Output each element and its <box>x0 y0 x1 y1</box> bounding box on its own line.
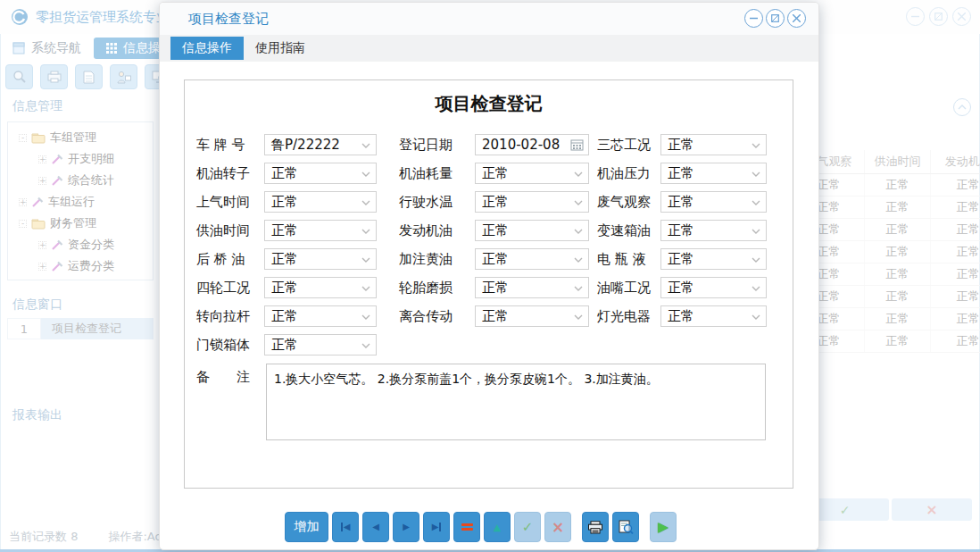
print-preview-button[interactable] <box>612 512 639 542</box>
select-value: 正常 <box>668 165 694 182</box>
field-label: 灯光电器 <box>597 308 651 325</box>
chevron-down-icon <box>361 200 370 205</box>
field-label: 废气观察 <box>597 194 651 211</box>
first-record-button[interactable]: ◀ <box>332 512 359 542</box>
print-preview-icon <box>618 520 634 534</box>
modal-close-button[interactable] <box>787 9 806 28</box>
field-label: 机油耗量 <box>399 165 453 182</box>
chevron-down-icon <box>361 229 370 234</box>
last-record-button[interactable]: ▶ <box>423 512 450 542</box>
status-select[interactable]: 正常 <box>264 191 377 213</box>
form-row: 转向拉杆正常离合传动正常灯光电器正常 <box>185 305 793 334</box>
status-select[interactable]: 正常 <box>264 305 377 327</box>
play-icon: ▶ <box>658 521 669 534</box>
field-label: 上气时间 <box>196 194 250 211</box>
select-value: 正常 <box>271 194 298 211</box>
field-label: 机油转子 <box>196 165 250 182</box>
print-button[interactable] <box>582 512 609 542</box>
chevron-down-icon <box>361 143 370 148</box>
status-select[interactable]: 正常 <box>475 277 589 298</box>
status-select[interactable]: 正常 <box>660 248 767 270</box>
status-select[interactable]: 正常 <box>264 277 377 298</box>
field-label: 油嘴工况 <box>597 280 651 297</box>
field-label: 门锁箱体 <box>196 337 250 354</box>
select-value: 正常 <box>668 137 694 154</box>
application-window: 零担货运管理系统专业版 系统导航 <box>0 0 980 552</box>
status-select[interactable]: 正常 <box>475 191 589 213</box>
select-value: 正常 <box>482 308 509 325</box>
select-value: 正常 <box>482 222 509 239</box>
chevron-down-icon <box>574 200 583 205</box>
modal-maximize-button[interactable] <box>766 9 785 28</box>
modal-titlebar: 项目检查登记 <box>160 3 818 35</box>
chevron-down-icon <box>752 229 760 234</box>
status-select[interactable]: 正常 <box>475 163 589 184</box>
status-select[interactable]: 正常 <box>660 191 767 213</box>
calendar-icon[interactable] <box>570 138 584 151</box>
last-record-icon: ▶ <box>432 523 442 531</box>
status-select[interactable]: 正常 <box>264 163 377 184</box>
modal-title: 项目检查登记 <box>188 11 269 28</box>
status-select[interactable]: 正常 <box>475 248 589 270</box>
chevron-down-icon <box>574 257 583 263</box>
delete-icon <box>461 522 473 532</box>
form-row: 四轮工况正常轮胎磨损正常油嘴工况正常 <box>185 277 793 305</box>
button-label: 增加 <box>295 519 320 535</box>
select-value: 鲁P/22222 <box>271 137 340 154</box>
prev-record-button[interactable]: ◀ <box>362 512 389 542</box>
chevron-down-icon <box>752 314 760 320</box>
edit-record-button[interactable]: ▲ <box>484 512 511 542</box>
form-row: 供油时间正常发动机油正常变速箱油正常 <box>185 220 793 248</box>
run-button[interactable]: ▶ <box>650 512 677 542</box>
modal-minimize-button[interactable] <box>744 9 763 28</box>
select-value: 正常 <box>668 194 694 211</box>
select-value: 正常 <box>271 222 298 239</box>
printer-icon <box>587 521 603 534</box>
status-select[interactable]: 正常 <box>660 277 767 298</box>
field-label: 加注黄油 <box>399 251 453 268</box>
add-button[interactable]: 增加 <box>285 512 328 542</box>
chevron-down-icon <box>574 314 583 320</box>
form-row: 门锁箱体正常 <box>185 334 793 363</box>
status-select[interactable]: 正常 <box>660 220 767 241</box>
form-row: 车 牌 号鲁P/22222登记日期2010-02-08三芯工况正常 <box>185 134 793 163</box>
status-select[interactable]: 正常 <box>660 134 767 155</box>
select-value: 正常 <box>271 308 298 325</box>
status-select[interactable]: 正常 <box>475 305 589 327</box>
chevron-down-icon <box>574 286 583 291</box>
inspection-form: 项目检查登记 车 牌 号鲁P/22222登记日期2010-02-08三芯工况正常… <box>184 79 793 489</box>
field-label: 登记日期 <box>399 137 453 154</box>
modal-tab-guide[interactable]: 使用指南 <box>244 37 317 60</box>
select-value: 正常 <box>482 280 509 297</box>
chevron-down-icon <box>574 171 583 177</box>
chevron-down-icon <box>361 286 370 291</box>
cancel-button[interactable]: × <box>544 512 571 542</box>
cross-icon: × <box>552 520 564 535</box>
status-select[interactable]: 正常 <box>660 305 767 327</box>
select-value: 正常 <box>482 251 509 268</box>
field-label: 轮胎磨损 <box>399 280 453 297</box>
select-value: 正常 <box>271 337 298 354</box>
modal-tab-info-operation[interactable]: 信息操作 <box>170 37 244 60</box>
register-date-input[interactable]: 2010-02-08 <box>475 134 589 155</box>
confirm-button[interactable]: ✓ <box>514 512 541 542</box>
status-select[interactable]: 正常 <box>264 220 377 241</box>
status-select[interactable]: 正常 <box>264 248 377 270</box>
select-value: 正常 <box>668 280 694 297</box>
select-value: 正常 <box>482 194 509 211</box>
select-value: 正常 <box>668 251 694 268</box>
status-select[interactable]: 正常 <box>264 334 377 355</box>
next-record-button[interactable]: ▶ <box>393 512 419 542</box>
chevron-down-icon <box>574 229 583 234</box>
remark-label: 备 注 <box>196 369 250 386</box>
plate-number-select[interactable]: 鲁P/22222 <box>264 134 377 155</box>
select-value: 正常 <box>668 222 694 239</box>
field-label: 供油时间 <box>196 222 250 239</box>
status-select[interactable]: 正常 <box>660 163 767 184</box>
form-row: 上气时间正常行驶水温正常废气观察正常 <box>185 191 793 220</box>
remark-textarea[interactable]: 1.换大小空气芯。 2.换分泵前盖1个，换分泵皮碗1个。 3.加注黄油。 <box>266 364 766 440</box>
form-row: 机油转子正常机油耗量正常机油压力正常 <box>185 163 793 191</box>
status-select[interactable]: 正常 <box>475 220 589 241</box>
delete-record-button[interactable] <box>453 512 480 542</box>
chevron-down-icon <box>361 257 370 263</box>
